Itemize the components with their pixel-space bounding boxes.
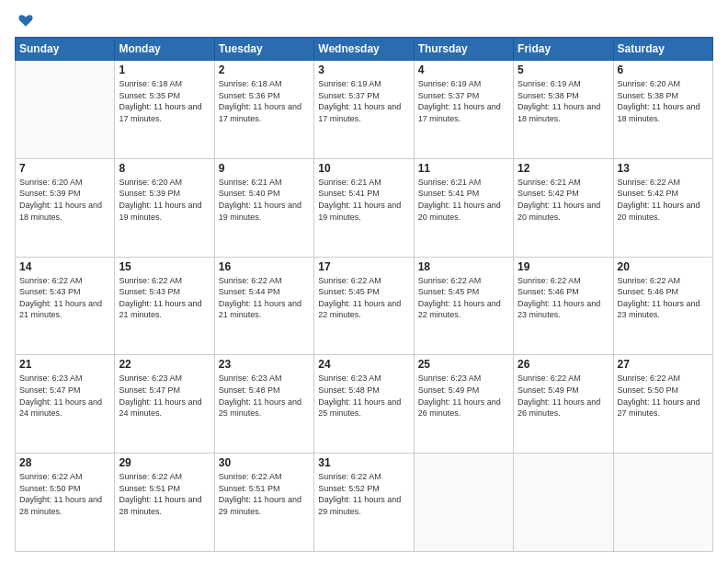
day-info: Sunrise: 6:21 AM Sunset: 5:42 PM Dayligh… <box>518 177 609 223</box>
day-info: Sunrise: 6:23 AM Sunset: 5:47 PM Dayligh… <box>19 373 110 419</box>
day-info: Sunrise: 6:20 AM Sunset: 5:39 PM Dayligh… <box>19 177 110 223</box>
week-row-4: 28 Sunrise: 6:22 AM Sunset: 5:50 PM Dayl… <box>16 454 713 552</box>
col-header-friday: Friday <box>514 38 613 61</box>
week-row-2: 14 Sunrise: 6:22 AM Sunset: 5:43 PM Dayl… <box>16 257 713 355</box>
col-header-thursday: Thursday <box>414 38 513 61</box>
day-cell: 17 Sunrise: 6:22 AM Sunset: 5:45 PM Dayl… <box>314 257 414 355</box>
day-info: Sunrise: 6:18 AM Sunset: 5:35 PM Dayligh… <box>119 78 210 124</box>
day-cell: 30 Sunrise: 6:22 AM Sunset: 5:51 PM Dayl… <box>214 454 313 552</box>
day-cell: 19 Sunrise: 6:22 AM Sunset: 5:46 PM Dayl… <box>514 257 613 355</box>
day-number: 14 <box>19 260 110 273</box>
day-number: 8 <box>119 162 210 175</box>
day-cell: 5 Sunrise: 6:19 AM Sunset: 5:38 PM Dayli… <box>514 61 613 159</box>
week-row-1: 7 Sunrise: 6:20 AM Sunset: 5:39 PM Dayli… <box>16 158 713 257</box>
day-number: 7 <box>19 162 110 175</box>
day-cell: 27 Sunrise: 6:22 AM Sunset: 5:50 PM Dayl… <box>613 355 712 454</box>
day-number: 27 <box>618 358 709 371</box>
day-info: Sunrise: 6:22 AM Sunset: 5:43 PM Dayligh… <box>119 275 210 321</box>
day-info: Sunrise: 6:23 AM Sunset: 5:48 PM Dayligh… <box>219 373 310 419</box>
col-header-wednesday: Wednesday <box>314 38 414 61</box>
week-row-3: 21 Sunrise: 6:23 AM Sunset: 5:47 PM Dayl… <box>16 355 713 454</box>
day-info: Sunrise: 6:22 AM Sunset: 5:45 PM Dayligh… <box>318 275 409 321</box>
day-number: 5 <box>518 63 609 76</box>
day-cell: 1 Sunrise: 6:18 AM Sunset: 5:35 PM Dayli… <box>115 61 214 159</box>
day-cell <box>16 61 115 159</box>
day-number: 12 <box>518 162 609 175</box>
day-info: Sunrise: 6:21 AM Sunset: 5:41 PM Dayligh… <box>418 177 509 223</box>
day-cell: 28 Sunrise: 6:22 AM Sunset: 5:50 PM Dayl… <box>16 454 115 552</box>
day-cell <box>514 454 613 552</box>
day-cell: 31 Sunrise: 6:22 AM Sunset: 5:52 PM Dayl… <box>314 454 414 552</box>
day-cell: 11 Sunrise: 6:21 AM Sunset: 5:41 PM Dayl… <box>414 158 513 257</box>
day-info: Sunrise: 6:23 AM Sunset: 5:49 PM Dayligh… <box>418 373 509 419</box>
col-header-sunday: Sunday <box>16 38 115 61</box>
day-cell: 9 Sunrise: 6:21 AM Sunset: 5:40 PM Dayli… <box>214 158 313 257</box>
day-info: Sunrise: 6:22 AM Sunset: 5:51 PM Dayligh… <box>219 471 310 517</box>
day-cell: 22 Sunrise: 6:23 AM Sunset: 5:47 PM Dayl… <box>115 355 214 454</box>
week-row-0: 1 Sunrise: 6:18 AM Sunset: 5:35 PM Dayli… <box>16 61 713 159</box>
day-info: Sunrise: 6:21 AM Sunset: 5:40 PM Dayligh… <box>219 177 310 223</box>
day-cell: 3 Sunrise: 6:19 AM Sunset: 5:37 PM Dayli… <box>314 61 414 159</box>
day-number: 18 <box>418 260 509 273</box>
day-number: 1 <box>119 63 210 76</box>
day-number: 16 <box>219 260 310 273</box>
day-number: 11 <box>418 162 509 175</box>
day-info: Sunrise: 6:18 AM Sunset: 5:36 PM Dayligh… <box>219 78 310 124</box>
day-cell: 15 Sunrise: 6:22 AM Sunset: 5:43 PM Dayl… <box>115 257 214 355</box>
day-cell: 23 Sunrise: 6:23 AM Sunset: 5:48 PM Dayl… <box>214 355 313 454</box>
day-cell: 24 Sunrise: 6:23 AM Sunset: 5:48 PM Dayl… <box>314 355 414 454</box>
col-header-saturday: Saturday <box>613 38 712 61</box>
day-cell: 6 Sunrise: 6:20 AM Sunset: 5:38 PM Dayli… <box>613 61 712 159</box>
day-cell: 21 Sunrise: 6:23 AM Sunset: 5:47 PM Dayl… <box>16 355 115 454</box>
day-number: 26 <box>518 358 609 371</box>
day-cell: 26 Sunrise: 6:22 AM Sunset: 5:49 PM Dayl… <box>514 355 613 454</box>
day-cell: 7 Sunrise: 6:20 AM Sunset: 5:39 PM Dayli… <box>16 158 115 257</box>
calendar-table: SundayMondayTuesdayWednesdayThursdayFrid… <box>15 37 713 552</box>
day-cell: 16 Sunrise: 6:22 AM Sunset: 5:44 PM Dayl… <box>214 257 313 355</box>
day-number: 13 <box>618 162 709 175</box>
day-cell: 8 Sunrise: 6:20 AM Sunset: 5:39 PM Dayli… <box>115 158 214 257</box>
calendar-header-row: SundayMondayTuesdayWednesdayThursdayFrid… <box>16 38 713 61</box>
day-number: 9 <box>219 162 310 175</box>
day-info: Sunrise: 6:22 AM Sunset: 5:42 PM Dayligh… <box>618 177 709 223</box>
day-cell: 14 Sunrise: 6:22 AM Sunset: 5:43 PM Dayl… <box>16 257 115 355</box>
day-cell: 13 Sunrise: 6:22 AM Sunset: 5:42 PM Dayl… <box>613 158 712 257</box>
day-info: Sunrise: 6:22 AM Sunset: 5:50 PM Dayligh… <box>19 471 110 517</box>
day-number: 30 <box>219 456 310 469</box>
day-cell: 12 Sunrise: 6:21 AM Sunset: 5:42 PM Dayl… <box>514 158 613 257</box>
day-number: 20 <box>618 260 709 273</box>
day-cell: 18 Sunrise: 6:22 AM Sunset: 5:45 PM Dayl… <box>414 257 513 355</box>
day-number: 31 <box>318 456 409 469</box>
day-info: Sunrise: 6:22 AM Sunset: 5:45 PM Dayligh… <box>418 275 509 321</box>
day-number: 2 <box>219 63 310 76</box>
day-info: Sunrise: 6:19 AM Sunset: 5:38 PM Dayligh… <box>518 78 609 124</box>
day-number: 29 <box>119 456 210 469</box>
day-number: 10 <box>318 162 409 175</box>
day-info: Sunrise: 6:23 AM Sunset: 5:48 PM Dayligh… <box>318 373 409 419</box>
day-number: 23 <box>219 358 310 371</box>
day-number: 21 <box>19 358 110 371</box>
day-info: Sunrise: 6:23 AM Sunset: 5:47 PM Dayligh… <box>119 373 210 419</box>
day-info: Sunrise: 6:22 AM Sunset: 5:46 PM Dayligh… <box>518 275 609 321</box>
col-header-tuesday: Tuesday <box>214 38 313 61</box>
day-info: Sunrise: 6:21 AM Sunset: 5:41 PM Dayligh… <box>318 177 409 223</box>
day-cell: 20 Sunrise: 6:22 AM Sunset: 5:46 PM Dayl… <box>613 257 712 355</box>
day-cell: 25 Sunrise: 6:23 AM Sunset: 5:49 PM Dayl… <box>414 355 513 454</box>
day-info: Sunrise: 6:19 AM Sunset: 5:37 PM Dayligh… <box>318 78 409 124</box>
day-cell: 29 Sunrise: 6:22 AM Sunset: 5:51 PM Dayl… <box>115 454 214 552</box>
page: SundayMondayTuesdayWednesdayThursdayFrid… <box>0 0 728 563</box>
day-number: 3 <box>318 63 409 76</box>
day-info: Sunrise: 6:22 AM Sunset: 5:49 PM Dayligh… <box>518 373 609 419</box>
day-info: Sunrise: 6:20 AM Sunset: 5:38 PM Dayligh… <box>618 78 709 124</box>
day-cell <box>414 454 513 552</box>
day-cell: 10 Sunrise: 6:21 AM Sunset: 5:41 PM Dayl… <box>314 158 414 257</box>
day-info: Sunrise: 6:22 AM Sunset: 5:46 PM Dayligh… <box>618 275 709 321</box>
day-cell <box>613 454 712 552</box>
day-number: 6 <box>618 63 709 76</box>
day-cell: 2 Sunrise: 6:18 AM Sunset: 5:36 PM Dayli… <box>214 61 313 159</box>
day-info: Sunrise: 6:19 AM Sunset: 5:37 PM Dayligh… <box>418 78 509 124</box>
day-number: 15 <box>119 260 210 273</box>
day-number: 17 <box>318 260 409 273</box>
day-info: Sunrise: 6:22 AM Sunset: 5:43 PM Dayligh… <box>19 275 110 321</box>
day-number: 24 <box>318 358 409 371</box>
